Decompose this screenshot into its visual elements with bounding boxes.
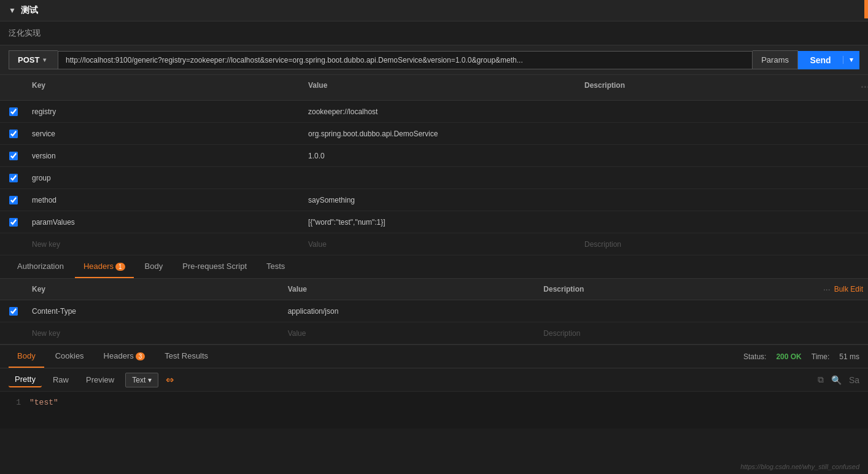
table-row: paramValues [{"word":"test","num":1}] (0, 211, 868, 233)
params-button[interactable]: Params (753, 50, 798, 69)
response-tab-body[interactable]: Body (9, 345, 44, 368)
url-input[interactable] (58, 51, 753, 69)
row-key-4[interactable]: method (27, 192, 303, 208)
line-number: 1 (9, 398, 21, 422)
format-bar: Pretty Raw Preview Text ▾ ⇔ ⧉ 🔍 Sa (0, 368, 868, 392)
headers-table-header: Key Value Description ··· Bulk Edit (0, 279, 868, 300)
pretty-button[interactable]: Pretty (9, 372, 42, 387)
send-chevron-icon[interactable]: ▾ (843, 56, 859, 64)
more-icon[interactable]: Sa (849, 375, 859, 385)
key-header: Key (27, 80, 303, 95)
row-checkbox-cell (0, 196, 27, 204)
orange-accent (864, 0, 868, 18)
row-value-0[interactable]: zookeeper://localhost (303, 104, 579, 120)
headers-new-value-cell[interactable]: Value (283, 325, 539, 341)
row-checkbox-3[interactable] (9, 174, 18, 182)
response-tab-headers[interactable]: Headers3 (95, 345, 154, 368)
table-row: registry zookeeper://localhost (0, 101, 868, 123)
method-chevron-icon: ▾ (43, 56, 46, 63)
tab-badge: 1 (115, 263, 125, 271)
preview-button[interactable]: Preview (80, 373, 120, 387)
row-checkbox-cell (0, 218, 27, 227)
row-value-3[interactable] (303, 174, 579, 182)
row-key-5[interactable]: paramValues (27, 214, 303, 230)
format-text-label: Text (132, 376, 145, 384)
tab-headers[interactable]: Headers1 (75, 255, 134, 278)
time-label: Time: (812, 352, 830, 361)
response-tab-badge: 3 (136, 352, 145, 360)
tab-pre-request-script[interactable]: Pre-request Script (174, 255, 255, 278)
collapse-arrow[interactable]: ▼ (9, 6, 16, 15)
send-button[interactable]: Send ▾ (798, 51, 859, 69)
action-icons: ⧉ 🔍 Sa (818, 375, 859, 385)
request-tabs-bar: AuthorizationHeaders1BodyPre-request Scr… (0, 255, 868, 279)
format-chevron-icon: ▾ (148, 376, 152, 384)
row-key-3[interactable]: group (27, 170, 303, 186)
row-key-0[interactable]: registry (27, 104, 303, 120)
hrow-checkbox-cell (0, 307, 27, 316)
row-desc-4[interactable] (579, 196, 856, 204)
headers-table-body: Content-Type application/json (0, 300, 868, 322)
row-desc-0[interactable] (579, 108, 856, 115)
search-icon[interactable]: 🔍 (831, 375, 842, 385)
row-key-2[interactable]: version (27, 148, 303, 164)
new-key-cell[interactable]: New key (27, 236, 303, 252)
row-key-1[interactable]: service (27, 126, 303, 142)
row-checkbox-0[interactable] (9, 107, 18, 116)
time-value: 51 ms (839, 352, 859, 361)
format-text-button[interactable]: Text ▾ (125, 373, 158, 387)
footer-url: https://blog.csdn.net/why_still_confused (740, 463, 859, 470)
headers-desc-header: Description (538, 284, 794, 295)
hrow-checkbox-0[interactable] (9, 307, 18, 316)
table-row: service org.spring.boot.dubbo.api.DemoSe… (0, 123, 868, 145)
status-value: 200 OK (776, 352, 801, 361)
row-checkbox-2[interactable] (9, 152, 18, 160)
hrow-value-0[interactable]: application/json (283, 303, 539, 319)
raw-button[interactable]: Raw (47, 373, 75, 387)
table-row: method saySomething (0, 189, 868, 211)
send-label: Send (798, 55, 843, 65)
response-tab-test results[interactable]: Test Results (156, 345, 217, 368)
row-checkbox-cell (0, 107, 27, 116)
params-new-row: New key Value Description (0, 233, 868, 255)
copy-icon[interactable]: ⧉ (818, 375, 824, 385)
value-header: Value (303, 80, 579, 95)
tab-body[interactable]: Body (136, 255, 172, 278)
wrap-icon[interactable]: ⇔ (166, 374, 174, 386)
row-checkbox-cell (0, 130, 27, 138)
row-checkbox-cell (0, 152, 27, 160)
hrow-key-0[interactable]: Content-Type (27, 303, 283, 319)
subtitle-text: 泛化实现 (9, 28, 41, 37)
method-button[interactable]: POST ▾ (9, 50, 58, 69)
row-value-2[interactable]: 1.0.0 (303, 148, 579, 164)
row-checkbox-5[interactable] (9, 218, 18, 227)
more-header: ··· (856, 80, 868, 95)
footer-bar: https://blog.csdn.net/why_still_confused (732, 459, 868, 474)
params-table-header: Key Value Description ··· (0, 75, 868, 101)
row-desc-5[interactable] (579, 219, 856, 226)
response-status: Status: 200 OK Time: 51 ms (743, 352, 859, 361)
url-bar: POST ▾ Params Send ▾ (0, 45, 868, 75)
three-dots-icon[interactable]: ··· (823, 284, 831, 294)
new-value-cell[interactable]: Value (303, 236, 579, 252)
headers-new-key-cell[interactable]: New key (27, 325, 283, 341)
row-checkbox-cell (0, 174, 27, 182)
headers-new-desc-cell[interactable]: Description (538, 325, 794, 341)
row-checkbox-4[interactable] (9, 196, 18, 204)
new-desc-cell[interactable]: Description (579, 236, 856, 252)
headers-value-header: Value (283, 284, 539, 295)
row-value-1[interactable]: org.spring.boot.dubbo.api.DemoService (303, 126, 579, 142)
row-value-4[interactable]: saySomething (303, 192, 579, 208)
response-tab-cookies[interactable]: Cookies (47, 345, 93, 368)
bulk-edit-button[interactable]: Bulk Edit (834, 285, 863, 293)
row-checkbox-1[interactable] (9, 130, 18, 138)
table-row: version 1.0.0 (0, 145, 868, 167)
hrow-desc-0[interactable] (538, 308, 794, 315)
row-desc-2[interactable] (579, 152, 856, 160)
params-table-body: registry zookeeper://localhost service o… (0, 101, 868, 233)
row-value-5[interactable]: [{"word":"test","num":1}] (303, 214, 579, 230)
row-desc-1[interactable] (579, 130, 856, 138)
tab-tests[interactable]: Tests (258, 255, 293, 278)
tab-authorization[interactable]: Authorization (9, 255, 72, 278)
row-desc-3[interactable] (579, 174, 856, 182)
